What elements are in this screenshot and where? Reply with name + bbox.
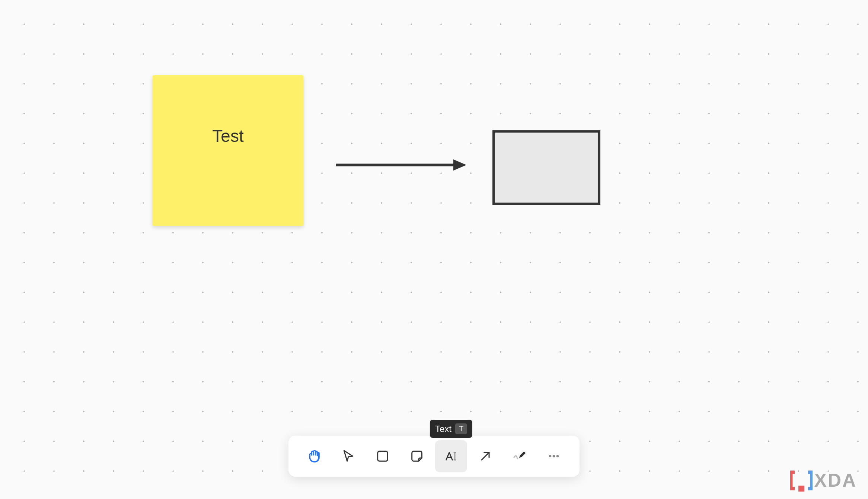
- sticky-note[interactable]: Test: [153, 75, 303, 226]
- tooltip: Text T: [430, 420, 472, 438]
- sticky-note-text: Test: [212, 126, 243, 146]
- svg-line-6: [482, 452, 489, 460]
- more-tool[interactable]: [538, 440, 570, 472]
- watermark-text: XDA: [814, 470, 857, 491]
- toolbar: Text T: [288, 436, 580, 477]
- hand-icon: [307, 449, 322, 464]
- note-tool[interactable]: [401, 440, 433, 472]
- whiteboard-canvas[interactable]: Test: [0, 0, 868, 499]
- rectangle-tool[interactable]: [367, 440, 399, 472]
- tooltip-shortcut: T: [455, 423, 467, 434]
- svg-point-7: [549, 455, 552, 458]
- cursor-icon: [341, 449, 356, 464]
- svg-point-8: [553, 455, 555, 458]
- text-tool[interactable]: Text T: [435, 440, 467, 472]
- watermark-bracket-icon: [790, 469, 813, 492]
- svg-rect-10: [798, 486, 804, 492]
- svg-marker-1: [453, 159, 466, 171]
- more-icon: [546, 449, 561, 464]
- hand-tool[interactable]: [298, 440, 330, 472]
- text-icon: [444, 449, 459, 464]
- pencil-icon: [512, 449, 527, 464]
- arrow-shape[interactable]: [334, 159, 468, 171]
- arrow-icon: [478, 449, 493, 464]
- svg-point-9: [556, 455, 559, 458]
- watermark: XDA: [790, 469, 857, 492]
- svg-rect-2: [378, 451, 388, 461]
- select-tool[interactable]: [332, 440, 364, 472]
- tooltip-label: Text: [435, 424, 451, 434]
- rectangle-icon: [375, 449, 390, 464]
- draw-tool[interactable]: [504, 440, 536, 472]
- rectangle-shape[interactable]: [492, 130, 600, 205]
- arrow-tool[interactable]: [469, 440, 501, 472]
- note-icon: [409, 449, 424, 464]
